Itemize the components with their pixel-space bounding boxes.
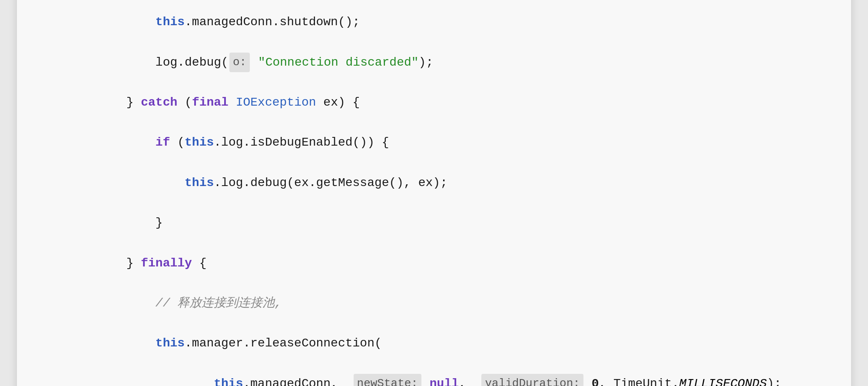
keyword-null: null xyxy=(430,377,459,386)
line-13: // 释放连接到连接池, xyxy=(39,293,829,313)
keyword-this-7: this xyxy=(214,377,243,386)
keyword-catch: catch xyxy=(141,96,177,109)
line-15: this.managedConn, newState: null, validD… xyxy=(39,374,829,386)
line-11: } xyxy=(39,213,829,233)
keyword-this-6: this xyxy=(156,336,185,350)
line-6: this.managedConn.shutdown(); xyxy=(39,12,829,32)
code-block: public void abortConnection() { if (this… xyxy=(39,0,829,386)
line-9: if (this.log.isDebugEnabled()) { xyxy=(39,133,829,153)
hint-newState: newState: xyxy=(354,374,421,386)
line-7: log.debug(o: "Connection discarded"); xyxy=(39,53,829,73)
constant-milliseconds: MILLISECONDS xyxy=(679,377,767,386)
string-connection-discarded: "Connection discarded" xyxy=(258,56,419,69)
line-10: this.log.debug(ex.getMessage(), ex); xyxy=(39,173,829,193)
keyword-this-3: this xyxy=(156,15,185,29)
line-12: } finally { xyxy=(39,253,829,273)
hint-validDuration: validDuration: xyxy=(481,374,583,386)
comment-2: // 释放连接到连接池, xyxy=(156,296,282,310)
number-0: 0 xyxy=(592,377,599,386)
keyword-this-5: this xyxy=(185,176,214,190)
keyword-if-2: if xyxy=(156,136,170,149)
type-ioexception: IOException xyxy=(236,96,316,109)
hint-o: o: xyxy=(229,53,250,72)
keyword-finally: finally xyxy=(141,256,192,270)
line-14: this.manager.releaseConnection( xyxy=(39,333,829,353)
line-8: } catch (final IOException ex) { xyxy=(39,93,829,113)
keyword-this-4: this xyxy=(185,136,214,149)
code-editor: public void abortConnection() { if (this… xyxy=(17,0,851,386)
keyword-final: final xyxy=(192,96,229,109)
